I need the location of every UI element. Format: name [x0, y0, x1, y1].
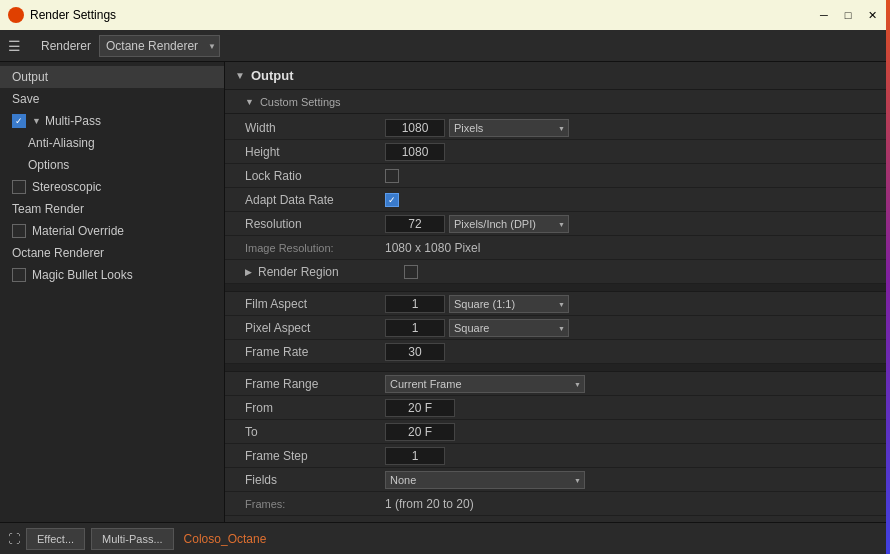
save-label: Save	[12, 92, 39, 106]
sidebar-item-teamrender[interactable]: Team Render	[0, 198, 224, 220]
pixelaspect-label: Pixel Aspect	[245, 321, 385, 335]
title-bar-title: Render Settings	[30, 8, 116, 22]
resolution-input[interactable]	[385, 215, 445, 233]
multipass-label: Multi-Pass	[45, 114, 101, 128]
maximize-button[interactable]: □	[838, 7, 858, 23]
from-input[interactable]	[385, 399, 455, 417]
filmaspect-unit-wrapper: Square (1:1) HDTV (16:9) Film (1.37:1)	[449, 295, 569, 313]
resolution-row: Resolution Pixels/Inch (DPI) Pixels/Cent…	[225, 212, 890, 236]
to-input[interactable]	[385, 423, 455, 441]
sidebar-item-materialoverride[interactable]: Material Override	[0, 220, 224, 242]
magicbullet-checkbox[interactable]	[12, 268, 26, 282]
multipass-checkbox[interactable]	[12, 114, 26, 128]
framerate-row: Frame Rate	[225, 340, 890, 364]
fields-value: None Even Odd	[385, 471, 880, 489]
stereoscopic-label: Stereoscopic	[32, 180, 101, 194]
multipass-button[interactable]: Multi-Pass...	[91, 528, 174, 550]
effect-button[interactable]: Effect...	[26, 528, 85, 550]
form-area: Width Pixels Centimeters Millimeters Inc…	[225, 114, 890, 518]
output-section-header: ▼ Output	[225, 62, 890, 90]
sidebar-item-output[interactable]: Output	[0, 66, 224, 88]
renderer-select-wrapper: Octane Renderer Standard Physical Arnold	[99, 35, 220, 57]
lockratio-checkbox[interactable]	[385, 169, 399, 183]
height-input[interactable]	[385, 143, 445, 161]
width-label: Width	[245, 121, 385, 135]
hamburger-icon[interactable]: ☰	[8, 38, 21, 54]
sidebar-item-antialiasing[interactable]: Anti-Aliasing	[0, 132, 224, 154]
fullscreen-icon[interactable]: ⛶	[8, 532, 20, 546]
sidebar-item-stereoscopic[interactable]: Stereoscopic	[0, 176, 224, 198]
bottom-bar: ⛶ Effect... Multi-Pass... Coloso_Octane	[0, 522, 890, 554]
sidebar-item-save[interactable]: Save	[0, 88, 224, 110]
magicbullet-label: Magic Bullet Looks	[32, 268, 133, 282]
pixelaspect-input[interactable]	[385, 319, 445, 337]
close-button[interactable]: ✕	[862, 7, 882, 23]
framerange-select-wrapper: Current Frame All Frames Preview Range C…	[385, 375, 585, 393]
height-row: Height	[225, 140, 890, 164]
imageresolution-value: 1080 x 1080 Pixel	[385, 241, 480, 255]
framerate-input[interactable]	[385, 343, 445, 361]
width-value: Pixels Centimeters Millimeters Inches	[385, 119, 880, 137]
frames-value: 1 (from 20 to 20)	[385, 497, 474, 511]
from-label: From	[245, 401, 385, 415]
from-value	[385, 399, 880, 417]
filmaspect-label: Film Aspect	[245, 297, 385, 311]
sidebar-item-magicbullet[interactable]: Magic Bullet Looks	[0, 264, 224, 286]
materialoverride-label: Material Override	[32, 224, 124, 238]
to-label: To	[245, 425, 385, 439]
pixelaspect-row: Pixel Aspect Square D1/DV NTSC	[225, 316, 890, 340]
fields-row: Fields None Even Odd	[225, 468, 890, 492]
framerange-row: Frame Range Current Frame All Frames Pre…	[225, 372, 890, 396]
fields-select[interactable]: None Even Odd	[385, 471, 585, 489]
height-value	[385, 143, 880, 161]
fields-label: Fields	[245, 473, 385, 487]
sidebar-item-octanerenderer[interactable]: Octane Renderer	[0, 242, 224, 264]
framestep-input[interactable]	[385, 447, 445, 465]
pixelaspect-value: Square D1/DV NTSC	[385, 319, 880, 337]
title-bar: Render Settings ─ □ ✕	[0, 0, 890, 30]
filmaspect-unit-select[interactable]: Square (1:1) HDTV (16:9) Film (1.37:1)	[449, 295, 569, 313]
framerate-value	[385, 343, 880, 361]
stereoscopic-checkbox[interactable]	[12, 180, 26, 194]
app-icon	[8, 7, 24, 23]
width-input[interactable]	[385, 119, 445, 137]
framerate-label: Frame Rate	[245, 345, 385, 359]
separator-2	[225, 364, 890, 372]
subsection-title: Custom Settings	[260, 96, 341, 108]
materialoverride-checkbox[interactable]	[12, 224, 26, 238]
subsection-arrow[interactable]: ▼	[245, 97, 254, 107]
sidebar-item-multipass[interactable]: ▼ Multi-Pass	[0, 110, 224, 132]
pixelaspect-unit-wrapper: Square D1/DV NTSC	[449, 319, 569, 337]
sidebar-item-options[interactable]: Options	[0, 154, 224, 176]
section-arrow[interactable]: ▼	[235, 70, 245, 81]
resolution-unit-wrapper: Pixels/Inch (DPI) Pixels/Centimeter	[449, 215, 569, 233]
filmaspect-value: Square (1:1) HDTV (16:9) Film (1.37:1)	[385, 295, 880, 313]
app-body: ☰ Renderer Octane Renderer Standard Phys…	[0, 30, 890, 554]
resolution-unit-select[interactable]: Pixels/Inch (DPI) Pixels/Centimeter	[449, 215, 569, 233]
filmaspect-input[interactable]	[385, 295, 445, 313]
framerange-value: Current Frame All Frames Preview Range C…	[385, 375, 880, 393]
renderregion-arrow[interactable]: ▶	[245, 267, 252, 277]
options-label: Options	[28, 158, 69, 172]
renderer-select[interactable]: Octane Renderer Standard Physical Arnold	[99, 35, 220, 57]
title-bar-left: Render Settings	[8, 7, 116, 23]
frames-row: Frames: 1 (from 20 to 20)	[225, 492, 890, 516]
output-label: Output	[12, 70, 48, 84]
antialiasing-label: Anti-Aliasing	[28, 136, 95, 150]
pixelaspect-unit-select[interactable]: Square D1/DV NTSC	[449, 319, 569, 337]
lockratio-row: Lock Ratio	[225, 164, 890, 188]
width-unit-select[interactable]: Pixels Centimeters Millimeters Inches	[449, 119, 569, 137]
framerange-select[interactable]: Current Frame All Frames Preview Range C…	[385, 375, 585, 393]
octanerenderer-label: Octane Renderer	[12, 246, 104, 260]
minimize-button[interactable]: ─	[814, 7, 834, 23]
imageresolution-label: Image Resolution:	[245, 242, 385, 254]
lockratio-label: Lock Ratio	[245, 169, 385, 183]
renderregion-checkbox[interactable]	[404, 265, 418, 279]
adaptdatarate-checkbox[interactable]	[385, 193, 399, 207]
section-title: Output	[251, 68, 294, 83]
content-area: Output Save ▼ Multi-Pass Anti-Aliasing O…	[0, 62, 890, 522]
adaptdatarate-value	[385, 193, 880, 207]
custom-settings-header: ▼ Custom Settings	[225, 90, 890, 114]
teamrender-label: Team Render	[12, 202, 84, 216]
project-name: Coloso_Octane	[184, 532, 267, 546]
